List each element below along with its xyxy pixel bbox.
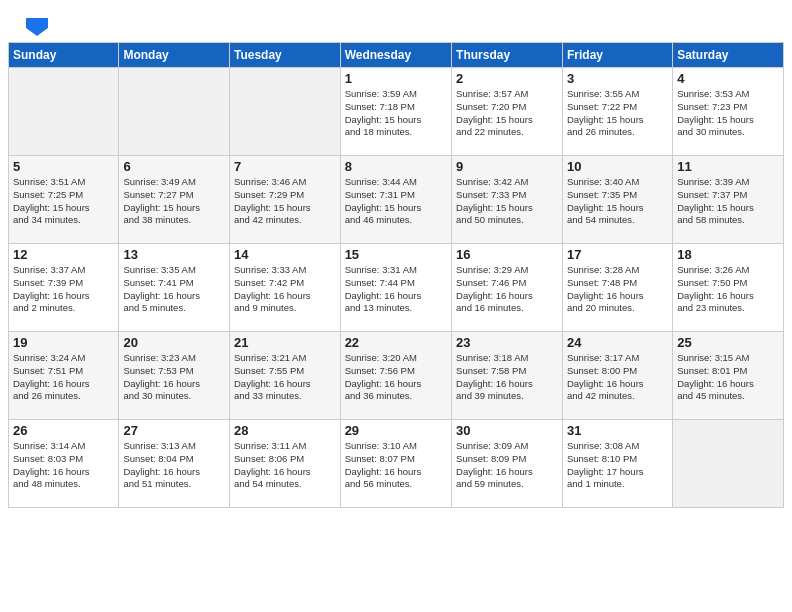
day-number: 12 [13, 247, 114, 262]
cell-info: Sunrise: 3:37 AM Sunset: 7:39 PM Dayligh… [13, 264, 114, 315]
calendar-cell [230, 68, 341, 156]
calendar-cell: 4Sunrise: 3:53 AM Sunset: 7:23 PM Daylig… [673, 68, 784, 156]
day-number: 13 [123, 247, 225, 262]
calendar-week-row: 5Sunrise: 3:51 AM Sunset: 7:25 PM Daylig… [9, 156, 784, 244]
calendar-cell: 2Sunrise: 3:57 AM Sunset: 7:20 PM Daylig… [452, 68, 563, 156]
calendar-container: SundayMondayTuesdayWednesdayThursdayFrid… [0, 42, 792, 516]
day-number: 25 [677, 335, 779, 350]
calendar-cell: 5Sunrise: 3:51 AM Sunset: 7:25 PM Daylig… [9, 156, 119, 244]
cell-info: Sunrise: 3:21 AM Sunset: 7:55 PM Dayligh… [234, 352, 336, 403]
cell-info: Sunrise: 3:11 AM Sunset: 8:06 PM Dayligh… [234, 440, 336, 491]
day-number: 27 [123, 423, 225, 438]
calendar-cell: 31Sunrise: 3:08 AM Sunset: 8:10 PM Dayli… [562, 420, 672, 508]
calendar-cell: 29Sunrise: 3:10 AM Sunset: 8:07 PM Dayli… [340, 420, 451, 508]
calendar-cell: 11Sunrise: 3:39 AM Sunset: 7:37 PM Dayli… [673, 156, 784, 244]
calendar-cell: 19Sunrise: 3:24 AM Sunset: 7:51 PM Dayli… [9, 332, 119, 420]
day-number: 19 [13, 335, 114, 350]
calendar-cell [119, 68, 230, 156]
day-number: 20 [123, 335, 225, 350]
day-number: 4 [677, 71, 779, 86]
calendar-cell: 8Sunrise: 3:44 AM Sunset: 7:31 PM Daylig… [340, 156, 451, 244]
day-number: 3 [567, 71, 668, 86]
calendar-week-row: 26Sunrise: 3:14 AM Sunset: 8:03 PM Dayli… [9, 420, 784, 508]
calendar-header-row: SundayMondayTuesdayWednesdayThursdayFrid… [9, 43, 784, 68]
calendar-cell: 1Sunrise: 3:59 AM Sunset: 7:18 PM Daylig… [340, 68, 451, 156]
cell-info: Sunrise: 3:53 AM Sunset: 7:23 PM Dayligh… [677, 88, 779, 139]
cell-info: Sunrise: 3:08 AM Sunset: 8:10 PM Dayligh… [567, 440, 668, 491]
day-number: 2 [456, 71, 558, 86]
day-of-week-header: Sunday [9, 43, 119, 68]
day-of-week-header: Friday [562, 43, 672, 68]
day-number: 21 [234, 335, 336, 350]
day-of-week-header: Thursday [452, 43, 563, 68]
calendar-week-row: 19Sunrise: 3:24 AM Sunset: 7:51 PM Dayli… [9, 332, 784, 420]
cell-info: Sunrise: 3:46 AM Sunset: 7:29 PM Dayligh… [234, 176, 336, 227]
day-number: 22 [345, 335, 447, 350]
day-of-week-header: Wednesday [340, 43, 451, 68]
calendar-cell: 24Sunrise: 3:17 AM Sunset: 8:00 PM Dayli… [562, 332, 672, 420]
day-number: 31 [567, 423, 668, 438]
day-number: 5 [13, 159, 114, 174]
day-number: 23 [456, 335, 558, 350]
day-of-week-header: Monday [119, 43, 230, 68]
logo [24, 18, 48, 32]
calendar-cell: 21Sunrise: 3:21 AM Sunset: 7:55 PM Dayli… [230, 332, 341, 420]
day-number: 16 [456, 247, 558, 262]
calendar-cell: 20Sunrise: 3:23 AM Sunset: 7:53 PM Dayli… [119, 332, 230, 420]
cell-info: Sunrise: 3:17 AM Sunset: 8:00 PM Dayligh… [567, 352, 668, 403]
calendar-cell: 26Sunrise: 3:14 AM Sunset: 8:03 PM Dayli… [9, 420, 119, 508]
page-header [0, 0, 792, 42]
day-number: 28 [234, 423, 336, 438]
calendar-cell: 30Sunrise: 3:09 AM Sunset: 8:09 PM Dayli… [452, 420, 563, 508]
cell-info: Sunrise: 3:33 AM Sunset: 7:42 PM Dayligh… [234, 264, 336, 315]
calendar-cell [673, 420, 784, 508]
calendar-cell: 22Sunrise: 3:20 AM Sunset: 7:56 PM Dayli… [340, 332, 451, 420]
calendar-cell: 18Sunrise: 3:26 AM Sunset: 7:50 PM Dayli… [673, 244, 784, 332]
cell-info: Sunrise: 3:49 AM Sunset: 7:27 PM Dayligh… [123, 176, 225, 227]
calendar-cell: 25Sunrise: 3:15 AM Sunset: 8:01 PM Dayli… [673, 332, 784, 420]
calendar-cell: 13Sunrise: 3:35 AM Sunset: 7:41 PM Dayli… [119, 244, 230, 332]
day-number: 8 [345, 159, 447, 174]
day-number: 1 [345, 71, 447, 86]
svg-marker-0 [26, 18, 48, 36]
cell-info: Sunrise: 3:15 AM Sunset: 8:01 PM Dayligh… [677, 352, 779, 403]
day-number: 15 [345, 247, 447, 262]
cell-info: Sunrise: 3:18 AM Sunset: 7:58 PM Dayligh… [456, 352, 558, 403]
calendar-cell: 23Sunrise: 3:18 AM Sunset: 7:58 PM Dayli… [452, 332, 563, 420]
day-of-week-header: Tuesday [230, 43, 341, 68]
cell-info: Sunrise: 3:13 AM Sunset: 8:04 PM Dayligh… [123, 440, 225, 491]
cell-info: Sunrise: 3:55 AM Sunset: 7:22 PM Dayligh… [567, 88, 668, 139]
calendar-cell: 10Sunrise: 3:40 AM Sunset: 7:35 PM Dayli… [562, 156, 672, 244]
day-number: 24 [567, 335, 668, 350]
calendar-cell: 3Sunrise: 3:55 AM Sunset: 7:22 PM Daylig… [562, 68, 672, 156]
day-number: 17 [567, 247, 668, 262]
day-number: 14 [234, 247, 336, 262]
calendar-cell: 7Sunrise: 3:46 AM Sunset: 7:29 PM Daylig… [230, 156, 341, 244]
calendar-cell: 16Sunrise: 3:29 AM Sunset: 7:46 PM Dayli… [452, 244, 563, 332]
cell-info: Sunrise: 3:35 AM Sunset: 7:41 PM Dayligh… [123, 264, 225, 315]
cell-info: Sunrise: 3:28 AM Sunset: 7:48 PM Dayligh… [567, 264, 668, 315]
cell-info: Sunrise: 3:42 AM Sunset: 7:33 PM Dayligh… [456, 176, 558, 227]
cell-info: Sunrise: 3:09 AM Sunset: 8:09 PM Dayligh… [456, 440, 558, 491]
cell-info: Sunrise: 3:51 AM Sunset: 7:25 PM Dayligh… [13, 176, 114, 227]
cell-info: Sunrise: 3:39 AM Sunset: 7:37 PM Dayligh… [677, 176, 779, 227]
cell-info: Sunrise: 3:10 AM Sunset: 8:07 PM Dayligh… [345, 440, 447, 491]
logo-icon [26, 18, 48, 36]
cell-info: Sunrise: 3:44 AM Sunset: 7:31 PM Dayligh… [345, 176, 447, 227]
cell-info: Sunrise: 3:40 AM Sunset: 7:35 PM Dayligh… [567, 176, 668, 227]
day-number: 30 [456, 423, 558, 438]
cell-info: Sunrise: 3:20 AM Sunset: 7:56 PM Dayligh… [345, 352, 447, 403]
calendar-week-row: 1Sunrise: 3:59 AM Sunset: 7:18 PM Daylig… [9, 68, 784, 156]
day-of-week-header: Saturday [673, 43, 784, 68]
day-number: 7 [234, 159, 336, 174]
calendar-cell: 28Sunrise: 3:11 AM Sunset: 8:06 PM Dayli… [230, 420, 341, 508]
cell-info: Sunrise: 3:14 AM Sunset: 8:03 PM Dayligh… [13, 440, 114, 491]
calendar-cell: 9Sunrise: 3:42 AM Sunset: 7:33 PM Daylig… [452, 156, 563, 244]
day-number: 18 [677, 247, 779, 262]
day-number: 6 [123, 159, 225, 174]
cell-info: Sunrise: 3:57 AM Sunset: 7:20 PM Dayligh… [456, 88, 558, 139]
calendar-cell: 12Sunrise: 3:37 AM Sunset: 7:39 PM Dayli… [9, 244, 119, 332]
cell-info: Sunrise: 3:26 AM Sunset: 7:50 PM Dayligh… [677, 264, 779, 315]
cell-info: Sunrise: 3:23 AM Sunset: 7:53 PM Dayligh… [123, 352, 225, 403]
cell-info: Sunrise: 3:24 AM Sunset: 7:51 PM Dayligh… [13, 352, 114, 403]
